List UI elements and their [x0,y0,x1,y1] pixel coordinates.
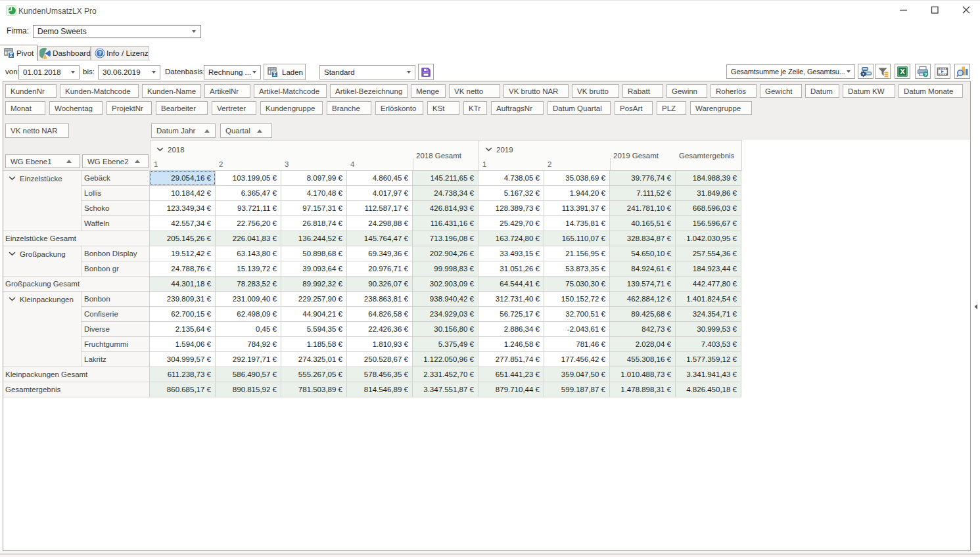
svg-text:Σ: Σ [273,71,276,78]
svg-text:?: ? [98,50,101,56]
svg-text:?: ? [924,72,927,78]
svg-text:X: X [900,68,905,76]
svg-text:Σ: Σ [9,52,12,58]
